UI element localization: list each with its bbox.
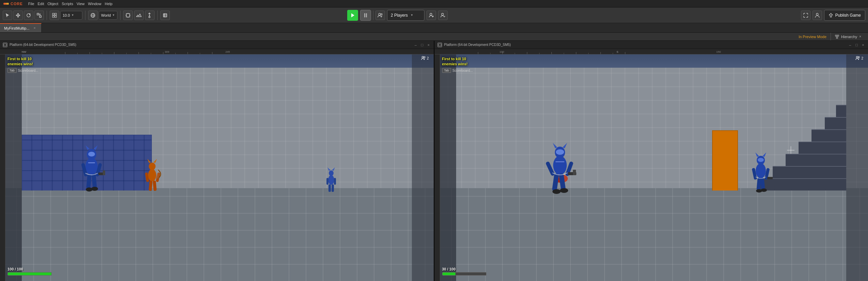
vp1-maximize-btn[interactable]: □ xyxy=(420,43,424,47)
svg-point-2 xyxy=(7,3,9,5)
svg-rect-46 xyxy=(149,181,153,191)
menu-help[interactable]: Help xyxy=(103,1,114,6)
vp1-minimize-btn[interactable]: – xyxy=(414,43,418,47)
svg-rect-38 xyxy=(88,162,95,163)
vp1-char-main-svg xyxy=(78,136,105,195)
svg-rect-53 xyxy=(334,178,336,185)
tick xyxy=(588,53,589,54)
multiplayer-icon-btn[interactable] xyxy=(375,11,385,20)
svg-marker-27 xyxy=(85,145,90,150)
vp1-content: NW 309 245 xyxy=(0,49,434,281)
svg-rect-47 xyxy=(153,180,157,191)
transform-size-input[interactable]: 10.0 ▼ xyxy=(60,11,82,20)
svg-marker-50 xyxy=(327,167,331,171)
add-player-icon xyxy=(429,13,434,18)
hierarchy-tab[interactable]: Hierarchy × xyxy=(831,33,865,40)
vp2-right-wall xyxy=(846,49,868,281)
pause-button[interactable] xyxy=(360,10,371,21)
remove-player-btn[interactable] xyxy=(438,11,448,20)
svg-rect-54 xyxy=(328,184,331,192)
toolbar-object-btn[interactable] xyxy=(160,11,170,20)
toolbar-move-btn[interactable] xyxy=(13,11,23,20)
play-icon xyxy=(351,13,355,18)
menu-items: File Edit Object Scripts View Window Hel… xyxy=(27,1,114,6)
vp1-close-btn[interactable]: × xyxy=(427,43,431,47)
svg-point-17 xyxy=(430,13,432,15)
toolbar-terrain-btn[interactable] xyxy=(134,11,144,20)
multiplayer-icon xyxy=(377,13,383,18)
tick xyxy=(502,52,503,54)
add-player-btn[interactable] xyxy=(427,11,436,20)
hierarchy-icon xyxy=(835,35,839,39)
svg-point-16 xyxy=(381,14,382,15)
toolbar-paint-btn[interactable] xyxy=(145,11,155,20)
players-dropdown[interactable]: 2 Players ▼ xyxy=(387,10,424,21)
world-mode-dropdown[interactable]: World ▼ xyxy=(99,11,117,20)
toolbar-right: Publish Game xyxy=(801,10,865,21)
vp1-char-third-svg xyxy=(324,166,338,193)
svg-marker-41 xyxy=(147,159,151,163)
vp2-top-ruler: S 100 150 xyxy=(435,49,868,54)
vp1-floor xyxy=(0,188,434,281)
menu-window[interactable]: Window xyxy=(87,1,103,6)
preview-mode-area: In Preview Mode Hierarchy × xyxy=(794,33,865,40)
svg-rect-9 xyxy=(55,16,57,17)
menu-file[interactable]: File xyxy=(27,1,36,6)
transform-size-caret: ▼ xyxy=(71,14,74,17)
vp2-char-1 xyxy=(749,144,773,195)
sep4 xyxy=(157,11,158,20)
publish-game-button[interactable]: Publish Game xyxy=(824,10,865,21)
play-button[interactable] xyxy=(347,10,358,21)
svg-marker-51 xyxy=(332,167,335,171)
account-btn[interactable] xyxy=(813,11,822,20)
scale-icon xyxy=(36,13,42,18)
toolbar-world-btn[interactable] xyxy=(88,11,98,20)
tick xyxy=(490,53,491,54)
hierarchy-label: Hierarchy xyxy=(841,35,857,39)
vp1-icon xyxy=(3,43,7,47)
vp2-minimize-btn[interactable]: – xyxy=(848,43,852,47)
vp2-crosshair xyxy=(787,146,794,154)
tick xyxy=(625,52,625,54)
vp1-char-secondary-svg xyxy=(143,155,162,193)
tick xyxy=(527,52,527,54)
vp1-char-secondary xyxy=(143,155,162,193)
menu-view[interactable]: View xyxy=(75,1,86,6)
core-logo[interactable]: CORE xyxy=(3,1,23,6)
svg-rect-80 xyxy=(573,170,576,175)
fullscreen-btn[interactable] xyxy=(801,11,810,20)
svg-point-19 xyxy=(816,13,818,15)
pause-icon xyxy=(364,13,368,18)
viewports-container: Platform (64-bit Development PCD3D_SM5) … xyxy=(0,41,868,281)
toolbar-scale-btn[interactable] xyxy=(34,11,44,20)
preview-bar: In Preview Mode Hierarchy × xyxy=(0,33,868,41)
tick xyxy=(539,53,540,54)
svg-rect-20 xyxy=(835,35,837,36)
svg-rect-7 xyxy=(55,13,57,15)
stair-2 xyxy=(773,166,846,178)
toolbar-snap-btn[interactable] xyxy=(123,11,133,20)
vp1-top-ruler: NW 309 245 xyxy=(0,49,434,54)
menu-edit[interactable]: Edit xyxy=(36,1,46,6)
hierarchy-close-btn[interactable]: × xyxy=(859,35,861,38)
menu-scripts[interactable]: Scripts xyxy=(60,1,75,6)
toolbar-grid-btn[interactable] xyxy=(50,11,59,20)
vp2-close-btn[interactable]: × xyxy=(861,43,865,47)
toolbar-rotate-btn[interactable] xyxy=(24,11,33,20)
svg-rect-22 xyxy=(836,37,838,38)
svg-point-25 xyxy=(85,158,98,175)
svg-point-40 xyxy=(149,163,156,170)
stair-7 xyxy=(836,105,847,117)
toolbar-select-btn[interactable] xyxy=(3,11,12,20)
vp1-right-wall xyxy=(412,49,434,281)
vp2-content: S 100 150 xyxy=(435,49,868,281)
svg-point-85 xyxy=(552,189,561,194)
editor-tab-main[interactable]: MyFirstMultip... × xyxy=(0,23,42,32)
snap-icon xyxy=(125,13,131,18)
menu-object[interactable]: Object xyxy=(46,1,60,6)
svg-rect-6 xyxy=(52,13,54,15)
tab-close-btn[interactable]: × xyxy=(32,26,37,31)
vp2-maximize-btn[interactable]: □ xyxy=(854,43,859,47)
vp2-stairs xyxy=(760,88,847,191)
tick xyxy=(139,52,139,54)
